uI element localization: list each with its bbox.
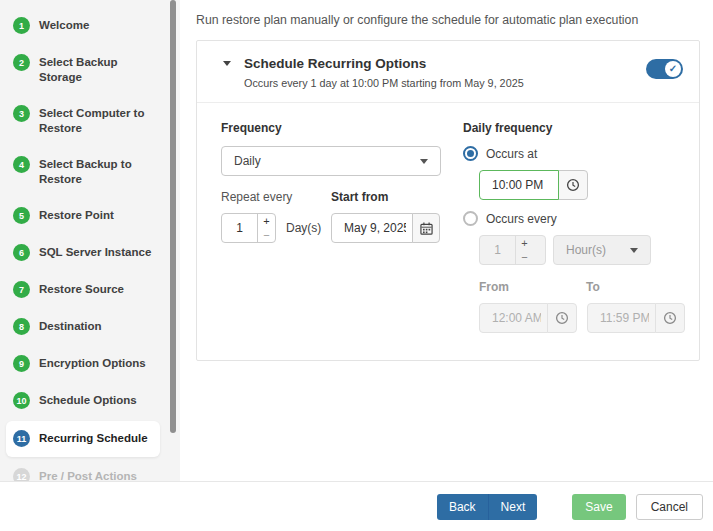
- occurs-every-unit-value: Hour(s): [566, 243, 606, 257]
- to-time-picker-button: [655, 303, 685, 333]
- sidebar-step-recurring-schedule[interactable]: 11 Recurring Schedule: [6, 421, 160, 457]
- step-number-badge: 1: [13, 17, 30, 34]
- occurs-every-input: [480, 236, 515, 264]
- next-button[interactable]: Next: [489, 494, 538, 520]
- step-label: Select Backup Storage: [39, 55, 156, 85]
- occurs-at-time-picker-button[interactable]: [558, 170, 588, 200]
- main-panel: Run restore plan manually or configure t…: [180, 0, 713, 361]
- from-time-input: [479, 303, 548, 333]
- sidebar-step-welcome[interactable]: 1 Welcome: [0, 9, 180, 43]
- stepper-increment-icon[interactable]: +: [258, 214, 275, 228]
- step-label: SQL Server Instance: [39, 245, 151, 260]
- sidebar-step-schedule-options[interactable]: 10 Schedule Options: [0, 384, 180, 418]
- start-from-date-input[interactable]: [331, 213, 413, 243]
- repeat-every-input[interactable]: [222, 214, 257, 242]
- sidebar-step-select-computer-to-restore[interactable]: 3 Select Computer to Restore: [0, 97, 180, 145]
- sidebar-steps: 1 Welcome 2 Select Backup Storage 3 Sele…: [0, 9, 180, 494]
- step-label: Destination: [39, 319, 102, 334]
- frequency-selected-value: Daily: [234, 154, 261, 168]
- stepper-decrement-icon: −: [516, 250, 533, 264]
- schedule-enable-toggle[interactable]: ✓: [646, 59, 683, 79]
- step-label: Schedule Options: [39, 393, 137, 408]
- occurs-at-time-input[interactable]: [479, 170, 559, 200]
- to-time-input: [587, 303, 656, 333]
- sidebar-step-encryption-options[interactable]: 9 Encryption Options: [0, 347, 180, 381]
- repeat-unit-label: Day(s): [286, 221, 331, 235]
- collapse-caret-icon[interactable]: [223, 61, 231, 66]
- save-button[interactable]: Save: [572, 494, 625, 520]
- step-number-badge: 5: [13, 207, 30, 224]
- wizard-footer: Back Next Save Cancel: [0, 481, 713, 531]
- stepper-decrement-icon[interactable]: −: [258, 228, 275, 242]
- wizard-sidebar: 1 Welcome 2 Select Backup Storage 3 Sele…: [0, 0, 180, 481]
- sidebar-step-sql-server-instance[interactable]: 6 SQL Server Instance: [0, 236, 180, 270]
- page-description: Run restore plan manually or configure t…: [196, 13, 713, 27]
- chevron-down-icon: [630, 248, 638, 253]
- clock-icon: [555, 311, 569, 325]
- back-button[interactable]: Back: [437, 494, 489, 520]
- step-label: Restore Point: [39, 208, 114, 223]
- toggle-check-icon: ✓: [665, 61, 681, 77]
- to-label: To: [586, 280, 600, 294]
- occurs-every-unit-select: Hour(s): [553, 235, 651, 265]
- sidebar-scrollbar[interactable]: [170, 0, 176, 433]
- start-from-label: Start from: [331, 190, 388, 204]
- step-number-badge: 8: [13, 318, 30, 335]
- step-label: Recurring Schedule: [39, 431, 148, 446]
- frequency-select[interactable]: Daily: [221, 146, 441, 176]
- step-label: Welcome: [39, 18, 89, 33]
- card-subtitle: Occurs every 1 day at 10:00 PM starting …: [244, 77, 646, 89]
- frequency-label: Frequency: [221, 121, 441, 135]
- occurs-every-stepper: + −: [479, 235, 546, 265]
- step-label: Encryption Options: [39, 356, 146, 371]
- step-label: Restore Source: [39, 282, 124, 297]
- card-header: Schedule Recurring Options Occurs every …: [197, 41, 699, 103]
- clock-icon: [663, 311, 677, 325]
- step-number-badge: 2: [13, 54, 30, 71]
- sidebar-step-destination[interactable]: 8 Destination: [0, 310, 180, 344]
- calendar-picker-button[interactable]: [412, 213, 440, 243]
- sidebar-step-select-backup-to-restore[interactable]: 4 Select Backup to Restore: [0, 148, 180, 196]
- card-title: Schedule Recurring Options: [244, 56, 646, 71]
- step-number-badge: 9: [13, 355, 30, 372]
- step-number-badge: 7: [13, 281, 30, 298]
- repeat-every-stepper: + −: [221, 213, 276, 243]
- sidebar-step-restore-source[interactable]: 7 Restore Source: [0, 273, 180, 307]
- sidebar-step-select-backup-storage[interactable]: 2 Select Backup Storage: [0, 46, 180, 94]
- step-label: Select Backup to Restore: [39, 157, 156, 187]
- chevron-down-icon: [420, 159, 428, 164]
- step-number-badge: 10: [13, 392, 30, 409]
- clock-icon: [566, 178, 580, 192]
- step-number-badge: 3: [13, 105, 30, 122]
- daily-frequency-label: Daily frequency: [463, 121, 695, 135]
- calendar-icon: [420, 222, 433, 235]
- step-number-badge: 4: [13, 156, 30, 173]
- occurs-every-label: Occurs every: [486, 212, 557, 226]
- step-label: Select Computer to Restore: [39, 106, 156, 136]
- from-label: From: [479, 280, 586, 294]
- occurs-at-radio[interactable]: [463, 146, 478, 161]
- from-time-picker-button: [547, 303, 577, 333]
- occurs-at-label: Occurs at: [486, 147, 537, 161]
- step-number-badge: 11: [13, 430, 30, 447]
- cancel-button[interactable]: Cancel: [636, 494, 703, 520]
- schedule-recurring-card: Schedule Recurring Options Occurs every …: [196, 40, 700, 361]
- repeat-every-label: Repeat every: [221, 190, 331, 204]
- step-number-badge: 6: [13, 244, 30, 261]
- stepper-increment-icon: +: [516, 236, 533, 250]
- occurs-every-radio[interactable]: [463, 211, 478, 226]
- sidebar-step-restore-point[interactable]: 5 Restore Point: [0, 199, 180, 233]
